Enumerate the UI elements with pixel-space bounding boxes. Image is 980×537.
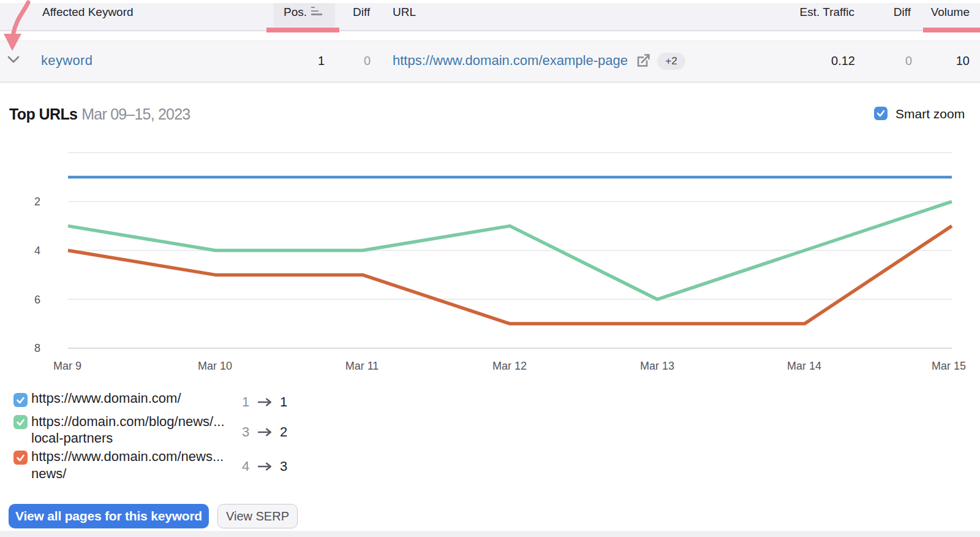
svg-text:4: 4: [34, 245, 40, 257]
svg-text:Mar 14: Mar 14: [787, 360, 821, 372]
svg-text:Mar 9: Mar 9: [53, 360, 81, 372]
svg-text:Mar 13: Mar 13: [640, 360, 674, 372]
svg-text:Mar 15: Mar 15: [932, 360, 966, 372]
svg-text:Mar 12: Mar 12: [492, 360, 527, 372]
svg-text:Mar 10: Mar 10: [198, 360, 232, 372]
svg-text:8: 8: [34, 342, 40, 354]
svg-text:2: 2: [34, 196, 40, 208]
svg-text:Mar 11: Mar 11: [345, 360, 379, 372]
svg-text:6: 6: [34, 294, 40, 306]
